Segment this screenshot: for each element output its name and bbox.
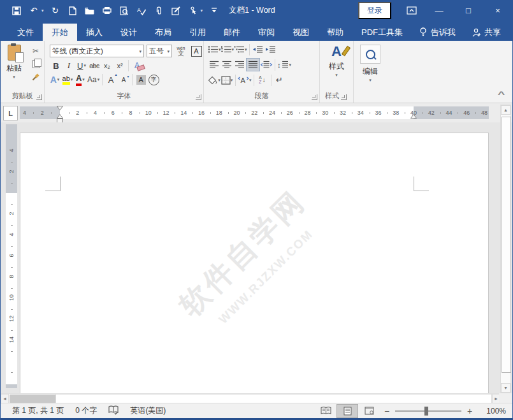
paste-dropdown-icon[interactable]: ▾ xyxy=(13,75,15,80)
styles-dialog-launcher[interactable] xyxy=(341,94,347,100)
font-color-button[interactable]: A▾ xyxy=(74,73,87,86)
ribbon-display-options-icon[interactable] xyxy=(399,0,424,21)
undo-dropdown-icon[interactable]: ▾ xyxy=(41,8,44,13)
horizontal-scrollbar-track[interactable] xyxy=(55,394,492,403)
strikethrough-button[interactable]: abc xyxy=(88,59,101,72)
editing-button[interactable]: 编辑 ▾ xyxy=(354,41,387,83)
close-button[interactable]: × xyxy=(483,0,512,21)
line-spacing-button[interactable]: ↕▾ xyxy=(277,59,291,71)
clipboard-dialog-launcher[interactable] xyxy=(36,94,42,100)
distributed-button[interactable] xyxy=(260,59,273,71)
font-size-combo[interactable]: 五号▾ xyxy=(147,45,172,57)
zoom-level[interactable]: 100% xyxy=(477,407,506,416)
show-marks-button[interactable]: ↵ xyxy=(273,74,286,86)
language-status[interactable]: 英语(美国) xyxy=(130,405,166,416)
word-count[interactable]: 0 个字 xyxy=(75,405,97,416)
ribbon-tab[interactable]: 设计 xyxy=(112,24,146,41)
login-button[interactable]: 登录 xyxy=(358,2,391,19)
grow-font-button[interactable]: A xyxy=(105,73,117,86)
customize-toolbar-icon[interactable] xyxy=(208,5,220,17)
character-shading-button[interactable]: A xyxy=(134,73,147,86)
clear-formatting-button[interactable]: A xyxy=(131,59,143,72)
sort-button[interactable]: AZ↓ xyxy=(256,74,269,86)
bullets-button[interactable]: ▾ xyxy=(208,43,221,55)
align-left-button[interactable] xyxy=(208,59,220,71)
multilevel-list-button[interactable]: ▾ xyxy=(234,43,247,55)
print-preview-icon[interactable] xyxy=(119,5,130,17)
horizontal-ruler[interactable]: 4224681012141618202224262830323436384042… xyxy=(20,106,489,119)
collapse-ribbon-icon[interactable]: ^ xyxy=(498,90,505,99)
zoom-slider-thumb[interactable] xyxy=(424,407,428,416)
character-border-button[interactable]: A xyxy=(190,45,203,57)
attachment-icon[interactable] xyxy=(153,5,164,17)
tab-stop-selector[interactable]: L xyxy=(3,106,18,120)
first-line-indent-marker[interactable] xyxy=(57,106,63,111)
ribbon-tab[interactable]: 开始 xyxy=(43,24,77,41)
horizontal-scrollbar-thumb[interactable] xyxy=(10,395,55,403)
right-indent-marker[interactable] xyxy=(410,114,417,119)
document-page[interactable]: 软件自学网 WWW.RJZXW.COM xyxy=(20,133,489,400)
increase-indent-button[interactable] xyxy=(264,43,277,55)
underline-button[interactable]: U▾ xyxy=(75,59,88,72)
zoom-slider-track[interactable] xyxy=(395,410,461,412)
justify-button[interactable] xyxy=(246,58,260,71)
superscript-button[interactable]: x² xyxy=(113,59,126,72)
format-painter-button[interactable] xyxy=(30,71,41,82)
scroll-left-icon[interactable]: ◄ xyxy=(1,394,9,403)
print-layout-button[interactable] xyxy=(336,404,358,418)
shrink-font-button[interactable]: A xyxy=(117,73,130,86)
change-case-button[interactable]: Aa▾ xyxy=(87,73,100,86)
styles-button[interactable]: A 样式 ▾ xyxy=(320,41,353,78)
scroll-down-icon[interactable]: ▼ xyxy=(501,383,510,393)
tell-me-box[interactable]: 告诉我 xyxy=(419,24,456,41)
minimize-button[interactable]: — xyxy=(424,0,454,21)
redo-icon[interactable]: ↻ xyxy=(50,5,61,17)
ribbon-tab[interactable]: 引用 xyxy=(180,24,215,41)
shading-button[interactable]: ▾ xyxy=(208,74,220,86)
share-button[interactable]: 共享 xyxy=(472,24,501,41)
ribbon-tab[interactable]: 插入 xyxy=(77,24,112,41)
enclose-characters-button[interactable]: 字 xyxy=(147,73,160,86)
ribbon-tab[interactable]: 邮件 xyxy=(215,24,249,41)
phonetic-guide-button[interactable]: wén文 xyxy=(175,45,187,57)
font-name-combo[interactable]: 等线 (西文正文)▾ xyxy=(50,45,144,57)
undo-icon[interactable]: ↶ xyxy=(28,5,40,17)
scroll-up-icon[interactable]: ▲ xyxy=(501,105,510,115)
new-document-icon[interactable] xyxy=(67,5,78,17)
zoom-out-button[interactable]: − xyxy=(380,406,394,416)
ribbon-tab[interactable]: 审阅 xyxy=(249,24,284,41)
spelling-check-icon[interactable]: A xyxy=(136,5,147,17)
font-dialog-launcher[interactable] xyxy=(196,94,201,100)
numbering-button[interactable]: ▾ xyxy=(221,43,235,55)
zoom-in-button[interactable]: + xyxy=(463,406,477,416)
proofing-icon[interactable] xyxy=(108,405,119,416)
read-mode-button[interactable] xyxy=(315,404,336,418)
touch-mode-dropdown-icon[interactable]: ▾ xyxy=(201,8,203,13)
borders-button[interactable]: ▾ xyxy=(220,74,233,86)
subscript-button[interactable]: x₂ xyxy=(101,59,113,72)
align-center-button[interactable] xyxy=(220,59,233,71)
ribbon-tab[interactable]: 布局 xyxy=(146,24,180,41)
character-scaling-button[interactable]: A▾ xyxy=(238,74,252,86)
cut-button[interactable]: ✂ xyxy=(30,46,41,56)
ribbon-tab[interactable]: 视图 xyxy=(284,24,318,41)
vertical-scrollbar[interactable]: ▲ ▼ xyxy=(500,105,511,393)
touch-mode-icon[interactable] xyxy=(187,5,199,17)
ribbon-tab[interactable]: 文件 xyxy=(8,24,43,41)
ribbon-tab[interactable]: PDF工具集 xyxy=(352,24,412,41)
save-icon[interactable] xyxy=(11,5,22,17)
italic-button[interactable]: I xyxy=(62,59,75,72)
vertical-scrollbar-thumb[interactable] xyxy=(502,117,511,373)
print-icon[interactable] xyxy=(101,5,113,17)
web-layout-button[interactable] xyxy=(358,404,380,418)
bold-button[interactable]: B xyxy=(50,59,62,72)
vertical-ruler[interactable]: 422468101214 xyxy=(6,124,17,388)
paragraph-dialog-launcher[interactable] xyxy=(312,94,317,100)
ribbon-tab[interactable]: 帮助 xyxy=(318,24,352,41)
open-icon[interactable] xyxy=(84,5,96,17)
decrease-indent-button[interactable] xyxy=(252,43,264,55)
align-right-button[interactable] xyxy=(233,59,246,71)
horizontal-scrollbar[interactable]: ◄ ► xyxy=(1,393,500,403)
text-highlight-button[interactable]: ab▾ xyxy=(61,73,74,86)
edit-mode-icon[interactable] xyxy=(170,5,182,17)
